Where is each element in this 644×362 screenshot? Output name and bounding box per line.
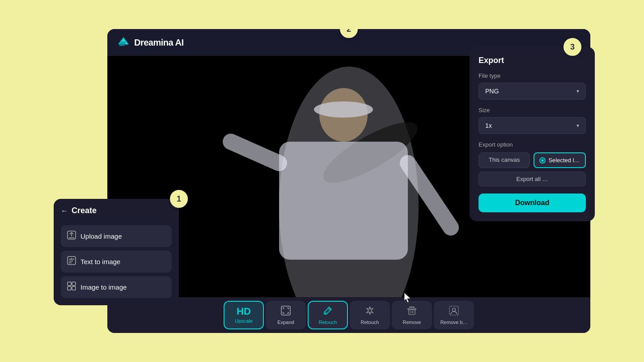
text-to-image-label: Text to image [80,258,120,265]
size-select[interactable]: 1x ▾ [479,117,586,134]
image-to-image-label: Image to image [80,283,127,291]
retouch-button[interactable]: Retouch [308,301,348,329]
create-title: Create [72,206,97,215]
this-canvas-button[interactable]: This canvas [479,152,530,168]
remove-bg-label: Remove b… [440,320,467,325]
svg-rect-26 [279,142,408,260]
svg-rect-48 [68,286,71,290]
retouch2-icon [365,306,375,318]
step-3-badge: 3 [564,38,581,56]
file-type-label: File type [479,72,586,79]
step-2-number: 2 [347,29,351,34]
this-canvas-label: This canvas [489,156,520,163]
svg-rect-33 [409,310,415,315]
file-type-chevron-icon: ▾ [576,88,579,94]
upscale-label: Upscale [235,318,253,324]
text-to-image-item[interactable]: Text to image [61,251,172,273]
step-1-number: 1 [177,194,181,204]
upload-image-label: Upload image [80,232,122,240]
download-label: Download [515,199,549,206]
radio-indicator [539,157,546,164]
svg-rect-47 [72,282,76,286]
main-container: 2 Dreamina AI [54,29,590,333]
export-panel: 3 Export File type PNG ▾ Size 1x ▾ Expor… [470,47,595,221]
svg-rect-49 [72,286,76,290]
svg-point-37 [453,308,456,311]
image-to-image-icon [67,282,76,293]
retouch2-button[interactable]: Retouch [350,301,390,329]
retouch-label: Retouch [319,320,337,325]
svg-point-25 [314,101,373,118]
text-to-image-icon [67,256,76,267]
file-type-select[interactable]: PNG ▾ [479,83,586,100]
image-to-image-item[interactable]: Image to image [61,276,172,298]
selected-button[interactable]: Selected l… [534,152,586,168]
step-1-badge: 1 [170,190,188,208]
export-all-label: Export all … [517,176,548,182]
cursor-indicator [402,292,413,306]
upload-image-icon [67,231,76,242]
hd-upscale-button[interactable]: HD Upscale [224,301,264,329]
expand-icon [281,306,291,318]
download-button[interactable]: Download [479,194,586,212]
create-header: ← Create [61,206,172,219]
export-options-row: This canvas Selected l… [479,152,586,168]
selected-label: Selected l… [548,157,580,164]
svg-rect-41 [68,257,76,265]
create-panel: 1 ← Create Upload image [54,199,179,305]
logo-area: Dreamina AI [116,35,183,50]
remove-label: Remove [403,320,421,325]
size-label: Size [479,107,586,114]
back-arrow-icon[interactable]: ← [61,207,68,215]
upload-image-item[interactable]: Upload image [61,225,172,247]
step-3-number: 3 [570,42,575,52]
svg-rect-46 [68,282,71,286]
svg-rect-29 [281,306,290,315]
dreamina-logo-icon [116,35,131,50]
export-all-button[interactable]: Export all … [479,172,586,186]
remove-icon [407,306,417,318]
export-title: Export [479,56,586,65]
hd-label: HD [237,307,251,316]
size-value: 1x [485,122,492,129]
size-chevron-icon: ▾ [576,122,579,129]
export-option-label: Export option [479,141,586,148]
retouch-pencil-icon [323,306,333,318]
remove-bg-button[interactable]: Remove b… [434,301,474,329]
bottom-toolbar: HD Upscale Expand [107,297,590,333]
radio-dot-inner [541,159,544,162]
app-name: Dreamina AI [134,38,183,48]
file-type-value: PNG [485,88,499,95]
remove-bg-icon [449,306,459,318]
expand-button[interactable]: Expand [266,301,306,329]
retouch2-label: Retouch [361,320,379,325]
svg-rect-21 [107,56,295,163]
expand-label: Expand [277,320,294,325]
